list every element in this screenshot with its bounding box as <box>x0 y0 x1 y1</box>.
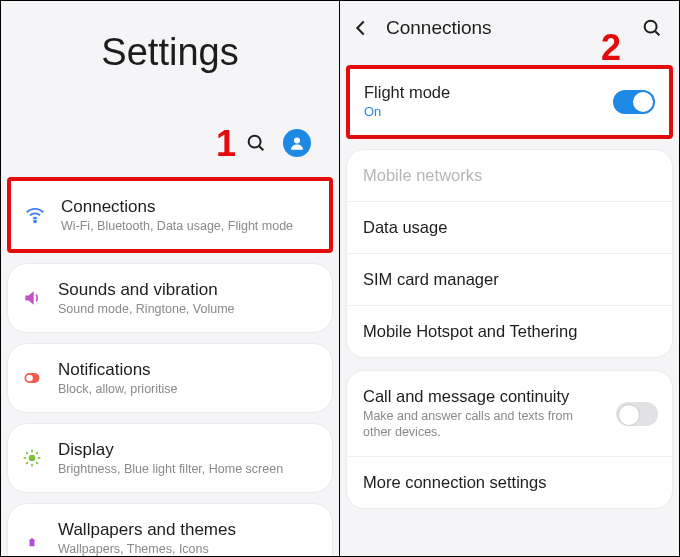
connections-item-data-usage[interactable]: Data usage <box>347 201 672 253</box>
settings-item-display[interactable]: Display Brightness, Blue light filter, H… <box>7 423 333 493</box>
connections-pane: Connections 2 Flight mode On Mobile netw… <box>340 1 679 556</box>
connections-item-flight-mode[interactable]: Flight mode On <box>346 65 673 139</box>
page-title: Settings <box>1 31 339 74</box>
settings-item-wallpapers[interactable]: Wallpapers and themes Wallpapers, Themes… <box>7 503 333 556</box>
sound-icon <box>20 286 44 310</box>
svg-point-6 <box>29 455 36 462</box>
connections-group-1: Mobile networks Data usage SIM card mana… <box>346 149 673 358</box>
connections-item-mobile-networks[interactable]: Mobile networks <box>347 150 672 201</box>
svg-line-12 <box>36 462 38 464</box>
item-title: Call and message continuity <box>363 387 656 406</box>
connections-item-more-settings[interactable]: More connection settings <box>347 456 672 508</box>
settings-item-sounds[interactable]: Sounds and vibration Sound mode, Rington… <box>7 263 333 333</box>
svg-line-1 <box>259 146 263 150</box>
item-title: Sounds and vibration <box>58 280 318 300</box>
item-title: Wallpapers and themes <box>58 520 318 540</box>
connections-group-2: Call and message continuity Make and ans… <box>346 370 673 510</box>
item-title: Flight mode <box>364 83 655 102</box>
item-subtitle: Make and answer calls and texts from oth… <box>363 408 656 441</box>
search-icon[interactable] <box>641 17 663 39</box>
appbar: Connections <box>340 1 679 55</box>
wifi-icon <box>23 203 47 227</box>
svg-point-16 <box>645 21 657 33</box>
svg-line-17 <box>655 31 659 35</box>
item-title: Connections <box>61 197 315 217</box>
header-actions <box>245 129 311 157</box>
item-title: SIM card manager <box>363 270 656 289</box>
item-subtitle: Block, allow, prioritise <box>58 382 318 396</box>
item-status: On <box>364 104 655 121</box>
connections-list: Flight mode On Mobile networks Data usag… <box>340 55 679 515</box>
item-title: More connection settings <box>363 473 656 492</box>
svg-line-11 <box>26 452 28 454</box>
back-icon[interactable] <box>350 17 372 39</box>
notifications-icon <box>20 366 44 390</box>
settings-item-connections[interactable]: Connections Wi-Fi, Bluetooth, Data usage… <box>7 177 333 253</box>
account-icon[interactable] <box>283 129 311 157</box>
svg-line-13 <box>26 462 28 464</box>
wallpapers-icon <box>20 526 44 550</box>
item-title: Data usage <box>363 218 656 237</box>
item-title: Mobile Hotspot and Tethering <box>363 322 656 341</box>
connections-item-mobile-hotspot[interactable]: Mobile Hotspot and Tethering <box>347 305 672 357</box>
svg-point-0 <box>249 136 261 148</box>
connections-item-sim-card-manager[interactable]: SIM card manager <box>347 253 672 305</box>
item-title: Notifications <box>58 360 318 380</box>
item-subtitle: Wi-Fi, Bluetooth, Data usage, Flight mod… <box>61 219 315 233</box>
display-icon <box>20 446 44 470</box>
item-title: Display <box>58 440 318 460</box>
flight-mode-toggle[interactable] <box>613 90 655 114</box>
settings-item-notifications[interactable]: Notifications Block, allow, prioritise <box>7 343 333 413</box>
svg-point-3 <box>34 221 36 223</box>
settings-pane: Settings 1 Connections Wi-Fi, Bluetooth,… <box>1 1 340 556</box>
svg-point-5 <box>26 375 33 382</box>
item-subtitle: Wallpapers, Themes, Icons <box>58 542 318 556</box>
settings-list: Connections Wi-Fi, Bluetooth, Data usage… <box>7 177 333 556</box>
search-icon[interactable] <box>245 132 267 154</box>
annotation-2: 2 <box>601 27 621 69</box>
svg-rect-15 <box>30 540 35 547</box>
svg-point-2 <box>294 137 300 143</box>
call-continuity-toggle[interactable] <box>616 402 658 426</box>
svg-line-14 <box>36 452 38 454</box>
item-subtitle: Sound mode, Ringtone, Volume <box>58 302 318 316</box>
connections-item-call-continuity[interactable]: Call and message continuity Make and ans… <box>347 371 672 457</box>
item-subtitle: Brightness, Blue light filter, Home scre… <box>58 462 318 476</box>
annotation-1: 1 <box>216 123 236 165</box>
item-title: Mobile networks <box>363 166 656 185</box>
appbar-title: Connections <box>386 17 627 39</box>
